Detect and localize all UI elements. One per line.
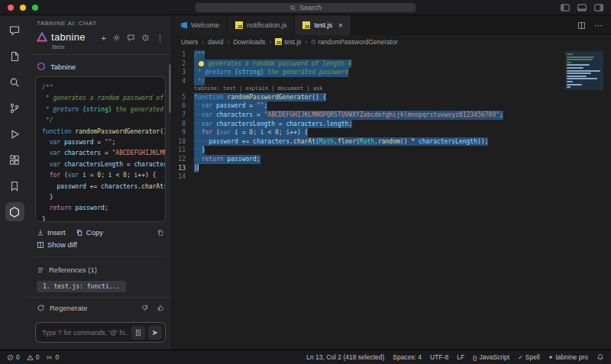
thumbs-down-icon[interactable] — [141, 304, 150, 312]
code-line[interactable]: 10····password += characters.charAt(Math… — [173, 137, 611, 147]
breadcrumb-item[interactable]: Users — [181, 38, 198, 46]
line-number: 6 — [173, 101, 194, 111]
command-center-search[interactable]: Search — [195, 2, 416, 13]
code-line[interactable]: 7··var characters = "ABCDEFGHIJKLMNOPQRS… — [173, 111, 611, 120]
warning-icon — [27, 354, 34, 361]
activity-item-chat[interactable] — [5, 21, 24, 40]
js-file-icon: JS — [302, 21, 310, 29]
attach-context-button[interactable] — [131, 326, 145, 340]
problems-warnings[interactable]: 0 — [27, 353, 40, 361]
history-clock-icon[interactable] — [141, 34, 150, 42]
code-line[interactable]: 4 */ — [173, 77, 611, 86]
breadcrumb-item[interactable]: ◇randomPasswordGenerator — [311, 38, 398, 46]
send-button[interactable] — [148, 326, 162, 340]
code-line[interactable]: 13} — [173, 164, 611, 173]
tab-Welcome[interactable]: Welcome — [173, 15, 228, 35]
problems-errors[interactable]: 0 — [7, 353, 20, 361]
snippet-line: */ — [42, 115, 159, 126]
code-line[interactable]: 12··return password; — [173, 155, 611, 164]
split-editor-icon[interactable] — [577, 21, 586, 30]
ports-indicator[interactable]: 0 — [46, 353, 59, 361]
activity-item-run-debug[interactable] — [5, 124, 24, 143]
activity-item-explorer[interactable] — [5, 47, 24, 66]
line-number: 1 — [173, 50, 194, 60]
thumbs-up-icon[interactable] — [156, 304, 164, 312]
lightbulb-emoji — [199, 61, 204, 66]
toggle-primary-sidebar-icon[interactable] — [561, 4, 570, 11]
snippet-copy-icon[interactable] — [157, 229, 164, 237]
code-text: /** — [194, 50, 205, 60]
code-text: ··var charactersLength = characters.leng… — [194, 120, 352, 129]
beta-label: Beta — [52, 43, 86, 50]
breadcrumb-label: Downloads — [233, 38, 265, 46]
send-icon — [151, 329, 159, 337]
activity-item-tabnine[interactable] — [5, 202, 24, 221]
breadcrumb-item[interactable]: david — [208, 38, 223, 46]
activity-item-extensions[interactable] — [5, 150, 24, 169]
panel-title: TABNINE AI: CHAT — [29, 15, 172, 29]
minimize-window-button[interactable] — [20, 5, 26, 11]
references-header[interactable]: References (1) — [35, 257, 166, 279]
activity-item-source-control[interactable] — [5, 98, 24, 118]
insert-button[interactable]: Insert — [37, 228, 66, 237]
editor-pane[interactable]: 1/**2 generates a random password of len… — [173, 48, 611, 350]
close-window-button[interactable] — [8, 5, 14, 11]
close-icon[interactable]: × — [338, 21, 343, 30]
code-text: ··for (var i = 0; i < 8; i++) { — [194, 128, 308, 137]
document-icon — [134, 329, 142, 337]
breadcrumb-item[interactable]: JStest.js — [275, 38, 301, 46]
tabnine-status[interactable]: ✦ tabnine pro — [548, 353, 588, 361]
more-actions-icon[interactable]: ⋯ — [594, 21, 603, 31]
maximize-window-button[interactable] — [32, 5, 38, 11]
line-number: 12 — [173, 155, 194, 164]
settings-gear-icon[interactable] — [112, 34, 121, 42]
code-line[interactable]: 14 — [173, 172, 611, 182]
encoding[interactable]: UTF-8 — [430, 353, 448, 361]
toggle-panel-icon[interactable] — [577, 4, 587, 11]
eol-sequence[interactable]: LF — [457, 353, 464, 361]
cursor-position[interactable]: Ln 13, Col 2 (418 selected) — [306, 353, 384, 361]
toggle-secondary-sidebar-icon[interactable] — [594, 4, 603, 11]
copy-button[interactable]: Copy — [76, 228, 103, 237]
line-number: 11 — [173, 146, 194, 155]
tab-test.js[interactable]: JStest.js× — [295, 15, 351, 35]
code-line[interactable]: 8··var charactersLength = characters.len… — [173, 120, 611, 129]
spell-checker[interactable]: ✓ Spell — [518, 353, 540, 361]
activity-bar — [0, 15, 29, 350]
code-line[interactable]: 11··} — [173, 146, 611, 155]
code-text: ··var characters = "ABCDEFGHIJKLMNOPQRST… — [194, 111, 503, 120]
sidebar-scrollbar[interactable] — [169, 64, 171, 113]
notifications-bell-icon[interactable] — [596, 353, 604, 361]
activity-item-search[interactable] — [5, 72, 24, 92]
tab-label: notification.js — [247, 21, 286, 29]
regenerate-button[interactable]: Regenerate — [50, 304, 88, 312]
method-symbol-icon: ◇ — [311, 38, 315, 45]
tab-bar: WelcomeJSnotification.jsJStest.js× ⋯ — [173, 15, 611, 35]
snippet-line: /** — [42, 82, 159, 93]
breadcrumb-item[interactable]: Downloads — [233, 38, 265, 46]
indentation[interactable]: Spaces: 4 — [393, 353, 422, 361]
codelens-line[interactable]: tabnine: test | explain | document | ask — [173, 85, 611, 93]
chat-input[interactable] — [42, 329, 128, 337]
reference-item[interactable]: 1. test.js: functi... — [37, 281, 126, 292]
insert-icon — [37, 229, 44, 237]
minimap[interactable] — [565, 51, 603, 90]
code-line[interactable]: 1/** — [173, 50, 611, 60]
chat-history-icon[interactable] — [127, 34, 135, 42]
code-text: */ — [194, 77, 205, 86]
language-mode[interactable]: {} JavaScript — [473, 353, 509, 361]
snippet-actions: Insert Copy — [35, 222, 166, 237]
code-line[interactable]: 6··var password = ""; — [173, 101, 611, 111]
snippet-line: * @return {string} the generated passwor… — [42, 105, 159, 115]
kebab-menu-icon[interactable]: ⋮ — [156, 34, 164, 42]
snippet-line: } — [42, 192, 159, 203]
code-line[interactable]: 9··for (var i = 0; i < 8; i++) { — [173, 128, 611, 137]
code-line[interactable]: 3 * @return {string} the generated passw… — [173, 68, 611, 77]
new-chat-icon[interactable]: + — [102, 34, 106, 42]
references-list-icon — [37, 266, 44, 274]
show-diff-button[interactable]: Show diff — [37, 240, 77, 249]
activity-item-bookmarks[interactable] — [5, 176, 24, 195]
code-line[interactable]: 5function randomPasswordGenerator() { — [173, 93, 611, 102]
tab-notification.js[interactable]: JSnotification.js — [228, 15, 295, 35]
code-line[interactable]: 2 generates a random password of length … — [173, 60, 611, 69]
